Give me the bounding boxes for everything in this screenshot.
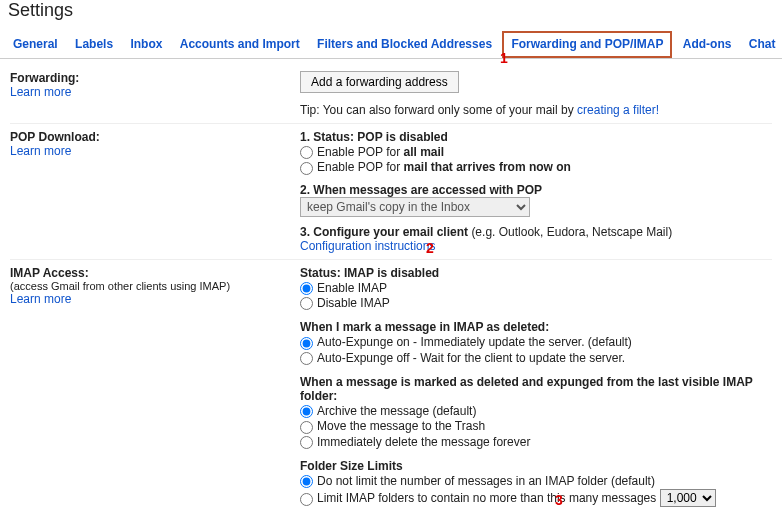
forwarding-learn-more-link[interactable]: Learn more	[10, 85, 300, 99]
forwarding-heading: Forwarding:	[10, 71, 300, 85]
section-imap: IMAP Access: (access Gmail from other cl…	[10, 259, 772, 515]
imap-heading: IMAP Access:	[10, 266, 300, 280]
folder-limit-select[interactable]: 1,000	[660, 489, 716, 507]
pop-enable-now-pre: Enable POP for	[317, 160, 404, 174]
section-pop: POP Download: Learn more 1. Status: POP …	[10, 123, 772, 259]
annotation-1: 1	[500, 50, 508, 66]
auto-expunge-on-radio[interactable]	[300, 337, 313, 350]
imap-enable-label: Enable IMAP	[317, 281, 387, 295]
pop-enable-all-pre: Enable POP for	[317, 145, 404, 159]
folder-no-limit-label: Do not limit the number of messages in a…	[317, 474, 655, 488]
pop-config-instructions-link[interactable]: Configuration instructions	[300, 239, 772, 253]
annotation-3: 3	[555, 492, 563, 508]
imap-learn-more-link[interactable]: Learn more	[10, 292, 300, 306]
pop-configure-paren: (e.g. Outlook, Eudora, Netscape Mail)	[471, 225, 672, 239]
imap-delete-heading: When I mark a message in IMAP as deleted…	[300, 320, 772, 334]
create-filter-link[interactable]: creating a filter!	[577, 103, 659, 117]
imap-subtext: (access Gmail from other clients using I…	[10, 280, 300, 292]
expunge-delete-radio[interactable]	[300, 436, 313, 449]
expunge-archive-radio[interactable]	[300, 405, 313, 418]
pop-enable-now-on-radio[interactable]	[300, 162, 313, 175]
imap-status-value: IMAP is disabled	[344, 266, 439, 280]
page-title: Settings	[8, 0, 782, 21]
imap-status-prefix: Status:	[300, 266, 344, 280]
folder-limit-radio[interactable]	[300, 493, 313, 506]
pop-enable-now-bold: mail that arrives from now on	[404, 160, 571, 174]
imap-expunge-heading: When a message is marked as deleted and …	[300, 375, 772, 403]
add-forwarding-address-button[interactable]: Add a forwarding address	[300, 71, 459, 93]
pop-status-prefix: 1. Status:	[300, 130, 357, 144]
tab-filters[interactable]: Filters and Blocked Addresses	[310, 33, 499, 56]
imap-disable-label: Disable IMAP	[317, 296, 390, 310]
pop-learn-more-link[interactable]: Learn more	[10, 144, 300, 158]
expunge-trash-label: Move the message to the Trash	[317, 419, 485, 433]
expunge-archive-label: Archive the message (default)	[317, 404, 476, 418]
imap-disable-radio[interactable]	[300, 297, 313, 310]
folder-limit-label: Limit IMAP folders to contain no more th…	[317, 491, 656, 505]
auto-expunge-on-label: Auto-Expunge on - Immediately update the…	[317, 335, 632, 349]
imap-enable-radio[interactable]	[300, 282, 313, 295]
pop-access-heading: 2. When messages are accessed with POP	[300, 183, 542, 197]
expunge-delete-label: Immediately delete the message forever	[317, 435, 530, 449]
auto-expunge-off-label: Auto-Expunge off - Wait for the client t…	[317, 351, 625, 365]
tab-forwarding-pop-imap[interactable]: Forwarding and POP/IMAP	[502, 31, 672, 58]
settings-tabs: General Labels Inbox Accounts and Import…	[0, 27, 782, 59]
tab-inbox[interactable]: Inbox	[123, 33, 169, 56]
tab-general[interactable]: General	[6, 33, 65, 56]
pop-access-select[interactable]: keep Gmail's copy in the Inbox	[300, 197, 530, 217]
tab-addons[interactable]: Add-ons	[676, 33, 739, 56]
pop-enable-all-radio[interactable]	[300, 146, 313, 159]
auto-expunge-off-radio[interactable]	[300, 352, 313, 365]
pop-status-value: POP is disabled	[357, 130, 447, 144]
forwarding-tip-text: Tip: You can also forward only some of y…	[300, 103, 577, 117]
pop-enable-all-bold: all mail	[404, 145, 445, 159]
section-forwarding: Forwarding: Learn more Add a forwarding …	[10, 65, 772, 123]
tab-accounts[interactable]: Accounts and Import	[173, 33, 307, 56]
pop-heading: POP Download:	[10, 130, 300, 144]
folder-size-heading: Folder Size Limits	[300, 459, 772, 473]
pop-configure-pre: 3. Configure your email client	[300, 225, 471, 239]
annotation-2: 2	[426, 240, 434, 256]
folder-no-limit-radio[interactable]	[300, 475, 313, 488]
settings-content: Forwarding: Learn more Add a forwarding …	[0, 59, 782, 515]
tab-chat[interactable]: Chat	[742, 33, 782, 56]
expunge-trash-radio[interactable]	[300, 421, 313, 434]
tab-labels[interactable]: Labels	[68, 33, 120, 56]
